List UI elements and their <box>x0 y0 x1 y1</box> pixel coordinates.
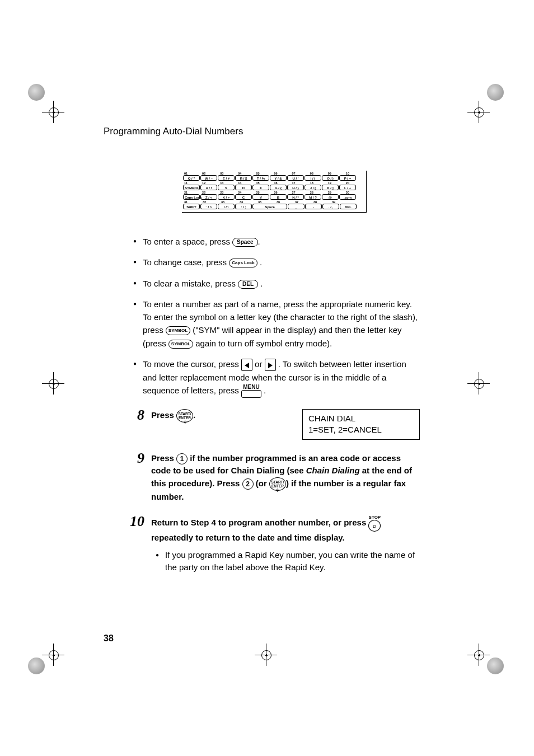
space-key-icon: Space <box>232 238 257 247</box>
text: To clear a mistake, press <box>143 279 238 288</box>
step-9: 9 Press 1 if the number programmed is an… <box>129 452 420 504</box>
manual-page: Programming Auto-Dial Numbers 0102030405… <box>0 0 534 756</box>
text: (or <box>256 478 269 488</box>
chain-dialing-ref: Chain Dialing <box>306 466 360 475</box>
registration-mark <box>467 372 490 395</box>
text: Press <box>151 410 176 420</box>
key-1-icon: 1 <box>176 453 188 464</box>
del-key-icon: DEL <box>238 280 258 289</box>
lcd-display: CHAIN DIAL 1=SET, 2=CANCEL <box>302 409 420 440</box>
stop-key-icon: STOP ⌕ <box>368 515 381 532</box>
registration-mark <box>467 644 490 666</box>
instruction-space: To enter a space, press Space. <box>129 235 420 248</box>
entry-instructions: To enter a space, press Space. To change… <box>129 235 420 398</box>
note-text: If you programmed a Rapid Key number, yo… <box>151 549 420 574</box>
text: or <box>255 359 265 369</box>
instruction-clear: To clear a mistake, press DEL . <box>129 277 420 290</box>
instruction-number-symbol: To enter a number as part of a name, pre… <box>129 298 420 350</box>
step-8: 8 Press START/ENTER◇. CHAIN DIAL 1=SET, … <box>129 409 420 440</box>
step-10-note: If you programmed a Rapid Key number, yo… <box>151 549 420 574</box>
right-arrow-key-icon <box>265 359 276 371</box>
instruction-cursor: To move the cursor, press or . To switch… <box>129 358 420 398</box>
step-body: Press START/ENTER◇. CHAIN DIAL 1=SET, 2=… <box>151 409 420 440</box>
step-10: 10 Return to Step 4 to program another n… <box>129 515 420 574</box>
text: . <box>193 410 195 420</box>
stop-label: STOP <box>368 515 381 520</box>
page-header: Programming Auto-Dial Numbers <box>104 126 243 137</box>
text: To move the cursor, press <box>143 359 241 369</box>
text: . <box>264 386 266 395</box>
menu-label: MENU <box>241 384 261 390</box>
menu-key-icon: MENU <box>241 384 261 398</box>
step-number: 9 <box>129 452 144 464</box>
registration-mark <box>42 372 64 395</box>
symbol-key-icon: SYMBOL <box>166 326 190 335</box>
registration-mark <box>467 101 490 123</box>
step-body: Return to Step 4 to program another numb… <box>151 515 420 574</box>
display-line-2: 1=SET, 2=CANCEL <box>308 424 414 435</box>
registration-mark <box>42 644 64 666</box>
content-area: 01020304050607080910 Q / "W / ~E / #R / … <box>129 171 420 586</box>
registration-dot <box>28 84 45 101</box>
letter-keys-diagram: 01020304050607080910 Q / "W / ~E / #R / … <box>182 171 367 213</box>
text: . <box>258 279 263 288</box>
page-number: 38 <box>104 633 114 644</box>
text: . <box>258 237 260 246</box>
step-body: Press 1 if the number programmed is an a… <box>151 452 420 504</box>
registration-mark <box>42 101 64 123</box>
display-line-1: CHAIN DIAL <box>308 413 414 424</box>
text: To enter a space, press <box>143 237 232 246</box>
symbol-key-icon: SYMBOL <box>168 340 193 349</box>
registration-dot <box>487 84 504 101</box>
left-arrow-key-icon <box>241 359 252 371</box>
text: Return to Step 4 to program another numb… <box>151 518 368 528</box>
step-number: 10 <box>129 515 144 528</box>
text: repeatedly to return to the date and tim… <box>151 533 345 542</box>
start-enter-key-icon: START/ENTER◇ <box>269 477 286 491</box>
key-2-icon: 2 <box>242 478 254 490</box>
instruction-case: To change case, press Caps Lock . <box>129 256 420 269</box>
step-number: 8 <box>129 409 144 421</box>
start-enter-key-icon: START/ENTER◇ <box>176 409 193 422</box>
registration-mark <box>255 644 277 666</box>
text: again to turn off symbol entry mode). <box>195 339 332 348</box>
text: To change case, press <box>143 257 229 267</box>
capslock-key-icon: Caps Lock <box>229 259 257 267</box>
text: Press <box>151 453 176 463</box>
text: . <box>257 257 262 267</box>
registration-dot <box>487 658 504 674</box>
